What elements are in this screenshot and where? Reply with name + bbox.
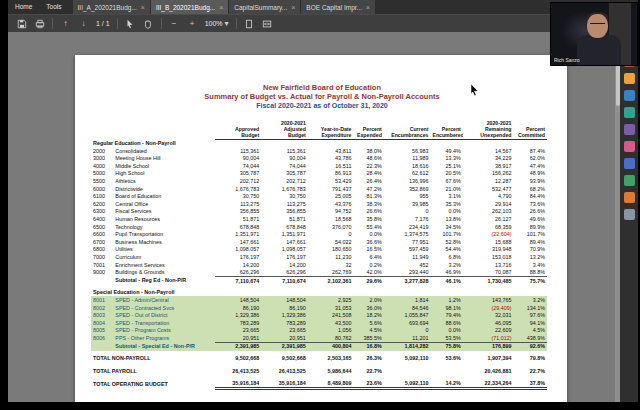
main-area: New Fairfield Board of Education Summary… bbox=[8, 32, 638, 402]
account-row: 6800Utilities1,098,0571,098,057180,65016… bbox=[91, 246, 547, 254]
total-row: TOTAL OPERATING BUDGET35,916,18435,916,1… bbox=[91, 380, 547, 389]
account-row: 9000Buildings & Grounds626,296626,296262… bbox=[91, 269, 547, 277]
toolbar-separator bbox=[161, 18, 162, 29]
account-row: 8003SPED - Out of District1,329,3861,329… bbox=[91, 312, 547, 320]
doc-title: New Fairfield Board of Education bbox=[91, 83, 553, 92]
document-viewport[interactable]: New Fairfield Board of Education Summary… bbox=[8, 32, 620, 402]
previous-page-icon[interactable]: ↑ bbox=[60, 18, 71, 29]
section-header-row: Special Education - Non-Payroll bbox=[91, 289, 547, 297]
panel-tool-icon[interactable] bbox=[624, 141, 635, 152]
account-row: 6700Business Machines147,661147,66154,02… bbox=[91, 238, 547, 246]
account-row: 4000Middle School74,04474,04416,51122.3%… bbox=[91, 162, 547, 170]
account-row: 8004SPED - Transportation783,289783,2894… bbox=[91, 319, 547, 327]
panel-tool-icon[interactable] bbox=[624, 158, 635, 169]
close-tab-icon[interactable]: × bbox=[366, 4, 370, 11]
panel-tool-icon[interactable] bbox=[624, 192, 635, 203]
account-row: 6400Human Resources51,87151,87118,56835.… bbox=[91, 215, 547, 223]
webcam-overlay[interactable]: Rich Sanzo bbox=[550, 2, 638, 66]
column-header: Approved Budget bbox=[215, 119, 262, 140]
account-row: 6300Fiscal Services356,855356,85594,7522… bbox=[91, 208, 547, 216]
panel-tool-icon[interactable] bbox=[624, 90, 635, 101]
column-header: Percent Expended bbox=[353, 119, 383, 140]
doc-tab-label: BOE Capital Impr... bbox=[306, 4, 362, 11]
tools-panel bbox=[620, 32, 638, 402]
save-icon[interactable] bbox=[16, 18, 27, 29]
select-tool-icon[interactable] bbox=[125, 18, 136, 29]
account-row: 6100Board of Education30,75030,75025,005… bbox=[91, 193, 547, 201]
menu-home[interactable]: Home bbox=[8, 0, 39, 14]
zoom-level-dropdown[interactable]: 100% ▾ bbox=[205, 20, 229, 28]
doc-tab[interactable]: III_B_202021Budg...× bbox=[151, 0, 228, 14]
account-row: 8005SPED - Program Costs23,66523,6651,05… bbox=[91, 327, 547, 335]
column-header: 2020-2021 Adjusted Budget bbox=[261, 119, 308, 140]
zoom-level-value: 100% bbox=[205, 20, 223, 27]
account-row: 6500Technology678,848678,848376,07055.4%… bbox=[91, 223, 547, 231]
panel-tool-icon[interactable] bbox=[624, 175, 635, 186]
next-page-icon[interactable]: ↓ bbox=[78, 18, 89, 29]
table-header-row: Approved Budget2020-2021 Adjusted Budget… bbox=[91, 119, 547, 140]
doc-tab-label: CapitalSummary... bbox=[234, 4, 287, 11]
subtotal-row: Subtotal - Special Ed - Non-P/R2,391,985… bbox=[91, 342, 547, 350]
account-row: 6600Pupil Transportation1,351,9711,351,9… bbox=[91, 231, 547, 239]
account-row: 2000Consolidated115,361115,36143,81138.0… bbox=[91, 147, 547, 155]
tab-bar: Home Tools III_A_202021Budg...×III_B_202… bbox=[8, 0, 638, 14]
participant-glasses bbox=[590, 23, 605, 28]
column-header: Percent Committed bbox=[514, 119, 548, 140]
account-row: 8006PPS - Other Programs20,95120,95180,7… bbox=[91, 334, 547, 342]
close-tab-icon[interactable]: × bbox=[219, 4, 223, 11]
print-icon[interactable] bbox=[34, 18, 45, 29]
doc-tab-label: III_A_202021Budg... bbox=[78, 4, 137, 11]
panel-tool-icon[interactable] bbox=[624, 209, 635, 220]
doc-tab-label: III_B_202021Budg... bbox=[156, 4, 215, 11]
doc-tab[interactable]: III_A_202021Budg...× bbox=[73, 0, 150, 14]
column-header: 2020-2021 Remaining Unexpended bbox=[463, 119, 514, 140]
account-row: 5000High School305,787305,78786,91328.4%… bbox=[91, 170, 547, 178]
page-indicator[interactable]: 1 / 1 bbox=[96, 20, 110, 27]
column-header: Year-to-Date Expenditure bbox=[308, 119, 354, 140]
account-row: 7000Curriculum176,197176,19711,2306.4%11… bbox=[91, 253, 547, 261]
account-row: 7001Enrichment Services14,20014,200320.2… bbox=[91, 261, 547, 269]
doc-fiscal-line: Fiscal 2020-2021 as of October 31, 2020 bbox=[91, 101, 553, 110]
column-header: Percent Encumbered bbox=[430, 119, 462, 140]
zoom-out-icon[interactable]: − bbox=[169, 18, 180, 29]
account-row: 8001SPED - Admin/Central148,504148,5042,… bbox=[91, 296, 547, 304]
account-row: 3000Meeting House Hill90,00490,00443,786… bbox=[91, 155, 547, 163]
doc-subtitle: Summary of Budget vs. Actual for Payroll… bbox=[91, 92, 553, 101]
panel-tool-icon[interactable] bbox=[624, 124, 635, 135]
single-page-view-icon[interactable] bbox=[244, 18, 255, 29]
column-header bbox=[91, 119, 215, 140]
doc-tabs: III_A_202021Budg...×III_B_202021Budg...×… bbox=[73, 0, 377, 14]
total-row: TOTAL PAYROLL26,413,52526,413,5255,986,6… bbox=[91, 367, 547, 375]
panel-tool-icon[interactable] bbox=[624, 107, 635, 118]
spacer-row bbox=[91, 389, 547, 396]
account-row: 6000Districtwide1,676,7831,676,783791,43… bbox=[91, 185, 547, 193]
account-row: 5500Athletics202,712202,71253,42926.4%13… bbox=[91, 178, 547, 186]
hand-tool-icon[interactable] bbox=[143, 18, 154, 29]
table-body: Regular Education - Non-Payroll2000Conso… bbox=[91, 140, 547, 396]
column-header: Current Encumbrances bbox=[384, 119, 431, 140]
menu-tools[interactable]: Tools bbox=[39, 0, 68, 14]
fit-width-icon[interactable] bbox=[262, 18, 273, 29]
participant-body bbox=[577, 35, 621, 66]
mouse-cursor bbox=[470, 82, 479, 100]
close-tab-icon[interactable]: × bbox=[291, 4, 295, 11]
account-row: 8002SPED - Contracted Svcs86,19086,19031… bbox=[91, 304, 547, 312]
subtotal-row: Subtotal - Reg Ed - Non-P/R7,110,6747,11… bbox=[91, 277, 547, 285]
toolbar-separator bbox=[52, 18, 53, 29]
account-row: 6200Central Office113,275113,27543,37638… bbox=[91, 200, 547, 208]
doc-tab[interactable]: CapitalSummary...× bbox=[229, 0, 300, 14]
toolbar-separator bbox=[236, 18, 237, 29]
pdf-page: New Fairfield Board of Education Summary… bbox=[75, 55, 567, 402]
doc-tab[interactable]: BOE Capital Impr...× bbox=[301, 0, 375, 14]
pdf-toolbar: ↑ ↓ 1 / 1 − + 100% ▾ ✎ bbox=[8, 14, 638, 33]
participant-name-label: Rich Sanzo bbox=[554, 57, 580, 63]
section-header-row: Regular Education - Non-Payroll bbox=[91, 140, 547, 148]
chevron-down-icon: ▾ bbox=[225, 20, 229, 28]
panel-tool-icon[interactable] bbox=[624, 73, 635, 84]
acrobat-window: Home Tools III_A_202021Budg...×III_B_202… bbox=[8, 0, 638, 402]
total-row: TOTAL NON-PAYROLL9,502,6689,502,6682,503… bbox=[91, 355, 547, 363]
zoom-in-icon[interactable]: + bbox=[187, 18, 198, 29]
close-tab-icon[interactable]: × bbox=[141, 4, 145, 11]
toolbar-separator bbox=[117, 18, 118, 29]
vertical-scrollbar[interactable] bbox=[615, 32, 620, 402]
